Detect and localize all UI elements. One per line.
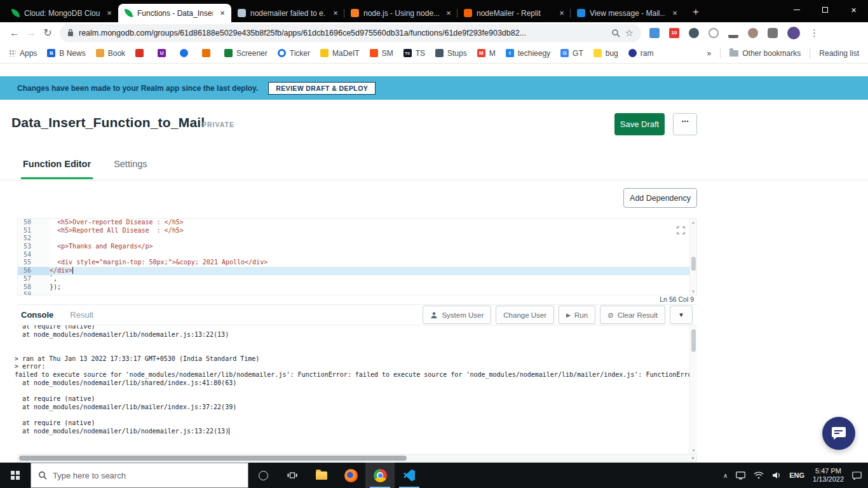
bookmark-item[interactable]	[202, 49, 214, 57]
reading-list-button[interactable]: Reading list	[819, 49, 859, 58]
run-button[interactable]: ▶ Run	[559, 306, 595, 324]
extensions-puzzle-icon[interactable]	[768, 28, 778, 38]
bookmark-item[interactable]: BB News	[47, 49, 85, 58]
browser-tab-replit[interactable]: nodeMailer - Replit ×	[458, 4, 571, 22]
tab-close-icon[interactable]: ×	[444, 8, 454, 18]
address-bar[interactable]: realm.mongodb.com/groups/61d86188e5029e4…	[60, 24, 641, 42]
window-maximize-button[interactable]	[811, 0, 839, 20]
bookmark-item[interactable]: TSTS	[403, 49, 425, 58]
volume-icon[interactable]	[772, 471, 781, 479]
code-line[interactable]: 54	[18, 251, 696, 259]
more-options-button[interactable]: ...	[673, 113, 697, 135]
add-dependency-button[interactable]: Add Dependency	[623, 188, 697, 208]
language-indicator[interactable]: ENG	[789, 471, 804, 479]
console-scrollbar[interactable]: ▾	[689, 325, 697, 454]
scroll-up-icon[interactable]: ▴	[690, 219, 696, 225]
notification-center-icon[interactable]	[852, 471, 862, 480]
other-bookmarks-button[interactable]: Other bookmarks	[729, 49, 801, 58]
scroll-right-icon[interactable]: ▸	[692, 455, 695, 461]
chat-widget-button[interactable]	[822, 417, 855, 450]
bookmark-item[interactable]: ram	[628, 49, 654, 58]
bookmark-item[interactable]: Screener	[224, 49, 268, 58]
zoom-icon[interactable]	[611, 29, 620, 37]
browser-tab-functions-active[interactable]: Functions - Data_Inser... ×	[118, 4, 231, 22]
browser-tab-mongodb-cloud[interactable]: Cloud: MongoDB Clou... ×	[5, 4, 118, 22]
system-user-button[interactable]: System User	[423, 306, 491, 324]
horizontal-scroll-thumb[interactable]	[19, 456, 407, 461]
tab-close-icon[interactable]: ×	[670, 8, 680, 18]
code-line[interactable]: 51 <h5>Reported All Disease : </h5>	[18, 227, 696, 235]
tab-console[interactable]: Console	[21, 310, 53, 320]
bookmark-item[interactable]: bug	[593, 49, 618, 58]
code-line[interactable]: 53 <p>Thanks and Regards</p>	[18, 243, 696, 251]
bookmark-item[interactable]: Ticker	[278, 49, 310, 58]
bookmark-item[interactable]: MaDeIT	[320, 49, 360, 58]
scroll-down-icon[interactable]: ▾	[690, 288, 696, 294]
browser-tab-mail[interactable]: View message - Mail... ×	[571, 4, 684, 22]
code-line[interactable]: 58});	[18, 283, 696, 292]
window-minimize-button[interactable]	[782, 0, 811, 20]
taskbar-clock[interactable]: 5:47 PM 1/13/2022	[813, 467, 844, 484]
bookmark-item[interactable]: ttechieegy	[506, 49, 550, 58]
tab-close-icon[interactable]: ×	[557, 8, 567, 18]
bookmark-item[interactable]	[180, 49, 192, 57]
extension-icon[interactable]	[689, 28, 699, 38]
apps-shortcut[interactable]: Apps	[9, 49, 37, 58]
scroll-down-icon[interactable]: ▾	[690, 447, 697, 453]
extension-icon[interactable]	[748, 28, 758, 38]
task-view-button[interactable]	[278, 463, 307, 488]
bookmarks-overflow-chevron[interactable]: »	[707, 49, 712, 58]
tab-close-icon[interactable]: ×	[330, 8, 341, 18]
display-icon[interactable]	[736, 471, 745, 480]
tab-result[interactable]: Result	[70, 310, 93, 320]
vscode-button[interactable]	[395, 463, 424, 488]
taskbar-search-box[interactable]: Type here to search	[31, 463, 248, 488]
reload-icon[interactable]: ↻	[39, 27, 56, 39]
extension-icon[interactable]	[728, 28, 738, 38]
editor-scrollbar[interactable]: ▴ ▾	[689, 219, 696, 295]
expand-editor-icon[interactable]	[677, 226, 685, 234]
browser-tab-stackoverflow[interactable]: node.js - Using node... ×	[344, 4, 458, 22]
window-close-button[interactable]: ×	[839, 0, 868, 20]
code-line[interactable]: 57`,	[18, 275, 696, 283]
editor-scroll-thumb[interactable]	[691, 257, 696, 271]
chrome-button[interactable]	[365, 463, 395, 488]
hidden-icons-chevron[interactable]: ∧	[723, 472, 728, 479]
code-line-active[interactable]: 56</div>	[18, 267, 696, 275]
console-output[interactable]: at require (native) at node_modules/node…	[15, 325, 689, 454]
tab-close-icon[interactable]: ×	[217, 8, 227, 18]
save-draft-button[interactable]: Save Draft	[614, 113, 665, 135]
new-tab-button[interactable]: +	[688, 4, 704, 20]
horizontal-scrollbar[interactable]: ▸	[17, 454, 697, 462]
profile-avatar[interactable]	[787, 27, 800, 39]
review-draft-deploy-button[interactable]: REVIEW DRAFT & DEPLOY	[268, 82, 376, 95]
clear-result-button[interactable]: ⊘ Clear Result	[600, 306, 665, 324]
start-button[interactable]	[0, 463, 31, 488]
extension-badge-icon[interactable]: 10	[669, 28, 679, 38]
file-explorer-button[interactable]	[307, 463, 336, 488]
bookmark-item[interactable]: SM	[370, 49, 393, 58]
network-wifi-icon[interactable]	[754, 471, 764, 479]
browser-tab-nodemailer[interactable]: nodemailer failed to e... ×	[231, 4, 344, 22]
bookmark-item[interactable]: Stups	[435, 49, 467, 58]
browser-menu-icon[interactable]: ⋮	[810, 27, 819, 39]
bookmark-item[interactable]	[135, 49, 147, 57]
firefox-button[interactable]	[336, 463, 365, 488]
console-scroll-thumb[interactable]	[691, 329, 696, 352]
tab-function-editor[interactable]: Function Editor	[21, 159, 93, 179]
bookmark-item[interactable]: GGT	[560, 49, 583, 58]
extension-icon[interactable]	[649, 28, 660, 38]
bookmark-item[interactable]: Book	[96, 49, 125, 58]
code-line[interactable]: 50 <h5>Over-reported Disease : </h5>	[18, 219, 696, 227]
bookmark-item[interactable]: MM	[477, 49, 496, 58]
bookmark-item[interactable]: U	[158, 49, 170, 57]
back-icon[interactable]: ←	[6, 27, 23, 39]
extension-icon[interactable]	[709, 28, 719, 38]
tab-close-icon[interactable]: ×	[104, 8, 114, 18]
function-code-editor[interactable]: 50 <h5>Over-reported Disease : </h5> 51 …	[17, 218, 697, 295]
run-options-dropdown[interactable]: ▾	[670, 306, 693, 324]
bookmark-star-icon[interactable]: ☆	[625, 27, 634, 39]
cortana-button[interactable]	[248, 463, 278, 488]
code-line[interactable]: 55 <div style="margin-top: 50px;">&copy;…	[18, 259, 696, 267]
code-line[interactable]: 52	[18, 234, 696, 243]
